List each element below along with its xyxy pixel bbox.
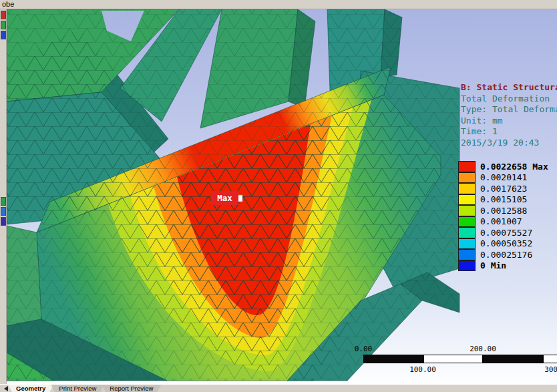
legend-value-label: 0.0022658 Max xyxy=(480,162,548,172)
result-annotation: B: Static Structural Total DeformationTy… xyxy=(461,82,557,148)
top-toolbar-strip[interactable]: obe xyxy=(0,0,557,9)
annotation-line: Total Deformation xyxy=(461,93,557,105)
max-probe-annotation: Max xyxy=(211,191,242,205)
legend-value-label: 0.00025176 xyxy=(480,250,532,260)
annotation-line: Time: 1 xyxy=(461,126,557,138)
legend-row: 0.0015105 xyxy=(458,194,548,206)
analysis-title: B: Static Structural xyxy=(461,82,557,93)
annotation-line: 2015/3/19 20:43 xyxy=(461,138,557,149)
tab-scroll-left-icon[interactable] xyxy=(4,386,8,391)
bottom-tab-bar: GeometryPrint PreviewReport Preview xyxy=(0,384,557,392)
green-toolbar-swatch[interactable] xyxy=(1,21,6,29)
tab-print-preview[interactable]: Print Preview xyxy=(51,385,104,392)
ruler-label-0: 0.00 xyxy=(348,345,379,353)
scale-ruler xyxy=(363,355,557,363)
ruler-segment xyxy=(483,355,543,363)
legend: 0.0022658 Max0.00201410.00176230.0015105… xyxy=(458,161,548,271)
legend-row: 0.0012588 xyxy=(458,205,548,216)
legend-value-label: 0.0020141 xyxy=(480,172,527,182)
legend-row: 0.00025176 xyxy=(458,249,548,260)
annotation-line: Unit: mm xyxy=(461,116,557,127)
legend-color-swatch xyxy=(458,227,476,238)
legend-row: 0.001007 xyxy=(458,216,548,228)
legend-color-swatch xyxy=(458,216,476,228)
red-toolbar-swatch[interactable] xyxy=(1,11,6,19)
legend-color-swatch xyxy=(458,238,476,250)
green-2-toolbar-swatch[interactable] xyxy=(1,197,6,206)
legend-value-label: 0.0017623 xyxy=(480,184,527,194)
legend-color-swatch xyxy=(458,194,476,206)
left-toolbar-strip[interactable] xyxy=(0,9,7,384)
legend-row: 0 Min xyxy=(458,260,548,272)
legend-row: 0.00075527 xyxy=(458,227,548,238)
tab-geometry[interactable]: Geometry xyxy=(8,385,53,392)
annotation-line: Type: Total Deformation xyxy=(461,104,557,116)
legend-value-label: 0.0012588 xyxy=(480,206,527,216)
legend-color-swatch xyxy=(458,249,476,260)
blue-2-toolbar-swatch[interactable] xyxy=(1,207,6,216)
blue-toolbar-swatch[interactable] xyxy=(1,31,6,39)
ruler-segment xyxy=(543,355,557,363)
graphics-viewport[interactable]: Max B: Static Structural Total Deformati… xyxy=(7,9,557,384)
legend-color-swatch xyxy=(458,260,476,272)
probe-button-label[interactable]: obe xyxy=(2,0,14,8)
legend-row: 0.0022658 Max xyxy=(458,161,548,172)
navy-toolbar-swatch[interactable] xyxy=(1,217,6,226)
legend-color-swatch xyxy=(458,205,476,216)
legend-color-swatch xyxy=(458,183,476,194)
legend-value-label: 0.00075527 xyxy=(480,228,532,238)
legend-row: 0.0017623 xyxy=(458,183,548,194)
tab-report-preview[interactable]: Report Preview xyxy=(102,385,161,392)
legend-value-label: 0.001007 xyxy=(480,216,522,226)
legend-row: 0.0020141 xyxy=(458,172,548,184)
legend-row: 0.00050352 xyxy=(458,238,548,250)
legend-value-label: 0.0015105 xyxy=(480,194,527,204)
bottom-tabs: GeometryPrint PreviewReport Preview xyxy=(11,385,161,392)
max-label-text: Max xyxy=(217,193,232,203)
legend-color-swatch xyxy=(458,161,476,172)
ruler-label-100: 100.00 xyxy=(407,365,438,374)
ruler-segment xyxy=(363,355,423,363)
legend-color-swatch xyxy=(458,172,476,184)
legend-value-label: 0 Min xyxy=(480,260,506,270)
annotation-lines: Total DeformationType: Total Deformation… xyxy=(461,93,557,149)
beam-end-cap xyxy=(7,226,41,326)
ruler-label-200: 200.00 xyxy=(468,345,498,353)
legend-value-label: 0.00050352 xyxy=(480,238,532,248)
ruler-label-300: 300.00 xyxy=(542,365,557,374)
ruler-segment xyxy=(423,355,484,363)
